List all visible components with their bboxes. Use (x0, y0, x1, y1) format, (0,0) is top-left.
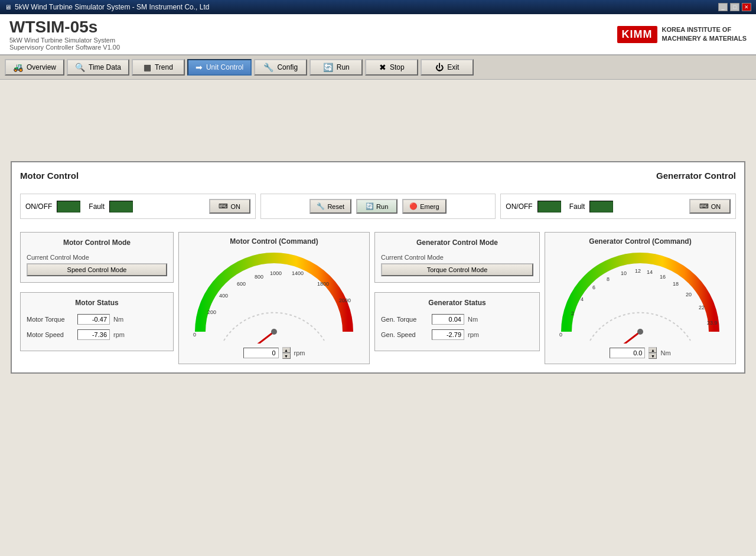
exit-icon: ⏻ (435, 63, 444, 72)
gen-torque-unit: Nm (468, 316, 478, 323)
svg-text:18: 18 (673, 281, 679, 287)
trend-icon: ▦ (144, 63, 151, 72)
gen-speed-value[interactable] (432, 329, 464, 340)
gen-status-title: Generator Status (381, 299, 533, 307)
trend-button[interactable]: ▦ Trend (132, 59, 185, 76)
gen-torque-label: Gen. Torque (381, 316, 428, 323)
config-label: Config (277, 63, 298, 71)
institute-line1: KOREA INSTITUTE OF (662, 25, 747, 34)
reset-button[interactable]: 🔧 Reset (309, 199, 351, 214)
gen-current-mode-label: Current Control Mode (381, 254, 533, 261)
motor-speed-row: Motor Speed rpm (27, 329, 167, 340)
exit-button[interactable]: ⏻ Exit (421, 59, 474, 76)
reset-icon: 🔧 (317, 202, 325, 210)
motor-speed-value[interactable] (77, 329, 110, 340)
gen-status-panel: Generator Status Gen. Torque Nm Gen. Spe… (374, 292, 540, 351)
gen-torque-value[interactable] (432, 314, 464, 325)
gen-gauge-down[interactable]: ▼ (649, 353, 657, 359)
motor-gauge-title: Motor Control (Command) (230, 237, 318, 246)
svg-text:800: 800 (255, 274, 263, 280)
stop-button[interactable]: ✖ Stop (365, 59, 418, 76)
motor-gauge-down[interactable]: ▼ (282, 353, 291, 359)
svg-text:4: 4 (581, 296, 584, 302)
motor-speed-unit: rpm (113, 331, 125, 338)
top-spacer (6, 86, 750, 156)
svg-text:6: 6 (592, 284, 595, 290)
motor-torque-value[interactable] (77, 314, 110, 325)
gen-speed-label: Gen. Speed (381, 331, 428, 338)
motor-status-title: Motor Status (27, 299, 167, 307)
title-bar: 🖥 5kW Wind Turbine Simulator System - SM… (0, 0, 756, 14)
svg-text:2000: 2000 (339, 297, 351, 303)
gen-onoff-label: ON/OFF (506, 202, 532, 211)
close-btn[interactable]: ✕ (742, 3, 751, 11)
gen-fault-led (589, 201, 613, 212)
overview-button[interactable]: 🚜 Overview (5, 59, 64, 76)
motor-gauge-unit: rpm (294, 349, 305, 357)
app-subtitle-1: 5kW Wind Turbine Simulator System (9, 37, 617, 44)
time-data-label: Time Data (89, 63, 121, 71)
motor-on-button[interactable]: ⌨ ON (209, 199, 250, 214)
panel-header-row: Motor Control Generrator Control (20, 171, 736, 187)
svg-text:14: 14 (647, 269, 653, 275)
stop-icon: ✖ (379, 63, 386, 72)
gen-on-button[interactable]: ⌨ ON (689, 199, 731, 214)
run-icon: 🔄 (323, 63, 333, 72)
overview-label: Overview (27, 63, 56, 71)
unit-control-button[interactable]: ➡ Unit Control (187, 59, 252, 76)
motor-onoff-led (57, 201, 80, 212)
stop-label: Stop (390, 63, 405, 71)
emerg-button[interactable]: 🔴 Emerg (402, 199, 446, 214)
sub-panels-grid: Motor Control Mode Current Control Mode … (20, 232, 736, 364)
gen-left-col: Generator Control Mode Current Control M… (374, 232, 540, 364)
svg-text:600: 600 (237, 281, 246, 287)
motor-speed-mode-button[interactable]: Speed Control Mode (27, 263, 167, 276)
gen-gauge-container: 0 2 4 6 8 10 12 14 16 18 20 22 23.9 (550, 249, 731, 344)
exit-label: Exit (447, 63, 459, 71)
time-data-icon: 🔍 (75, 63, 85, 72)
svg-text:1400: 1400 (292, 270, 304, 276)
config-button[interactable]: 🔧 Config (254, 59, 307, 76)
svg-text:1000: 1000 (270, 270, 282, 276)
gen-gauge-title: Generator Control (Command) (589, 237, 691, 246)
motor-gauge-input[interactable] (243, 348, 279, 358)
keyboard-icon: ⌨ (219, 202, 228, 210)
gen-mode-title: Generator Control Mode (381, 238, 533, 247)
maximize-btn[interactable]: □ (730, 3, 739, 11)
gen-gauge-up[interactable]: ▲ (649, 347, 657, 353)
gen-gauge-input[interactable] (610, 348, 645, 358)
motor-left-col: Motor Control Mode Current Control Mode … (20, 232, 174, 364)
svg-text:0: 0 (559, 332, 562, 338)
app-subtitle-2: Supervisory Controller Software V1.00 (9, 44, 617, 51)
motor-gauge-container: 0 200 400 600 800 1000 1400 (184, 249, 364, 344)
time-data-button[interactable]: 🔍 Time Data (67, 59, 129, 76)
minimize-btn[interactable]: _ (718, 3, 728, 11)
svg-point-25 (637, 329, 643, 335)
motor-gauge-up[interactable]: ▲ (282, 347, 291, 353)
generator-control-title: Generrator Control (656, 171, 736, 181)
kimm-logo: KIMM (617, 26, 657, 43)
institute-line2: MACHINERY & MATERIALS (662, 34, 747, 43)
logo-block: KIMM KOREA INSTITUTE OF MACHINERY & MATE… (617, 25, 747, 44)
unit-control-icon: ➡ (195, 63, 203, 72)
gen-speed-unit: rpm (468, 331, 479, 338)
motor-run-button[interactable]: 🔄 Run (356, 199, 397, 214)
motor-onoff-label: ON/OFF (25, 202, 52, 211)
gen-gauge-spinner[interactable]: ▲ ▼ (649, 347, 657, 359)
main-content: Motor Control Generrator Control ON/OFF … (0, 80, 756, 556)
window-title: 5kW Wind Turbine Simulator System - SM I… (15, 3, 209, 11)
unit-control-label: Unit Control (206, 63, 243, 71)
gen-fault-label: Fault (569, 202, 585, 211)
run-button[interactable]: 🔄 Run (309, 59, 363, 76)
run-label: Run (337, 63, 350, 71)
motor-speed-label: Motor Speed (27, 331, 74, 338)
motor-status-panel: Motor Status Motor Torque Nm Motor Speed… (20, 292, 174, 351)
app-header: WTSIM-05s 5kW Wind Turbine Simulator Sys… (0, 14, 756, 55)
gen-torque-mode-button[interactable]: Torque Control Mode (381, 263, 533, 276)
trend-label: Trend (155, 63, 173, 71)
svg-text:400: 400 (219, 293, 228, 299)
motor-torque-unit: Nm (113, 316, 123, 323)
gen-torque-row: Gen. Torque Nm (381, 314, 533, 325)
motor-gauge-input-row: ▲ ▼ rpm (243, 347, 305, 359)
motor-gauge-spinner[interactable]: ▲ ▼ (282, 347, 291, 359)
